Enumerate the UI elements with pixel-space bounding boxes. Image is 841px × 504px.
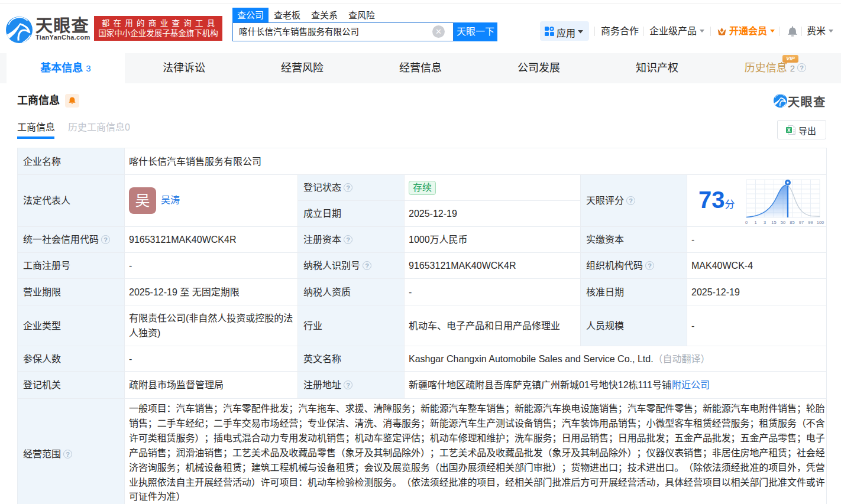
svg-text:85: 85 [790, 220, 794, 225]
svg-text:3: 3 [764, 220, 766, 225]
svg-text:99: 99 [808, 220, 813, 225]
svg-text:0: 0 [745, 220, 748, 225]
svg-text:1: 1 [754, 220, 756, 225]
svg-text:97: 97 [799, 220, 804, 225]
svg-text:15: 15 [771, 220, 776, 225]
svg-text:50: 50 [781, 220, 785, 225]
svg-text:100: 100 [817, 220, 824, 225]
